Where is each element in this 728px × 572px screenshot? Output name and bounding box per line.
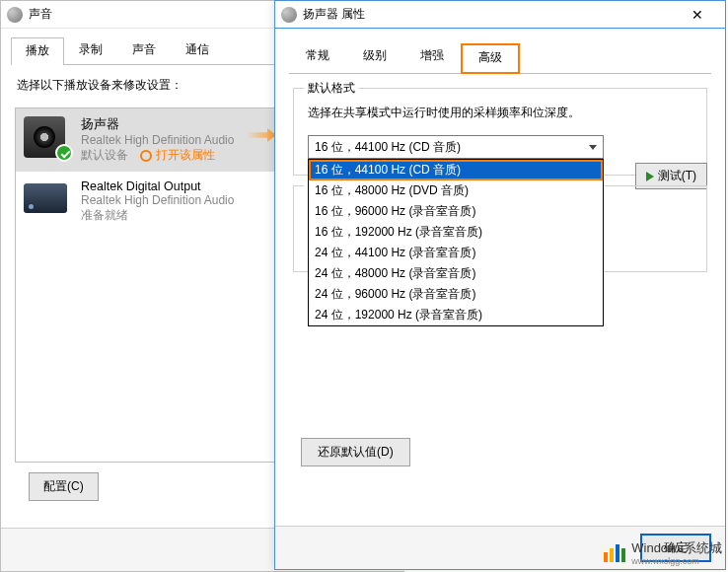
speaker-props-icon	[281, 7, 297, 23]
check-icon	[55, 144, 73, 162]
speaker-icon	[24, 116, 71, 160]
format-combo-value: 16 位，44100 Hz (CD 音质)	[315, 139, 461, 156]
device-text: 扬声器 Realtek High Definition Audio 默认设备 打…	[81, 116, 234, 164]
watermark: Windows系统城 www.wxclgg.com	[604, 539, 722, 566]
default-format-legend: 默认格式	[304, 80, 359, 97]
props-title: 扬声器 属性	[303, 6, 365, 23]
digital-icon	[24, 179, 71, 223]
default-format-desc: 选择在共享模式中运行时使用的采样频率和位深度。	[308, 105, 692, 121]
format-option[interactable]: 24 位，96000 Hz (录音室音质)	[309, 284, 603, 305]
speaker-properties-window: 扬声器 属性 ✕ 常规 级别 增强 高级 默认格式 选择在共享模式中运行时使用的…	[274, 0, 726, 570]
tab-levels[interactable]: 级别	[346, 42, 403, 73]
device-status: 默认设备	[81, 147, 128, 164]
sound-title: 声音	[29, 6, 52, 23]
close-icon: ✕	[692, 7, 703, 23]
sound-icon	[7, 7, 23, 23]
tab-advanced[interactable]: 高级	[461, 43, 520, 74]
format-option[interactable]: 16 位，48000 Hz (DVD 音质)	[309, 180, 603, 201]
format-option[interactable]: 24 位，48000 Hz (录音室音质)	[309, 263, 603, 284]
restore-defaults-button[interactable]: 还原默认值(D)	[301, 438, 410, 466]
format-option[interactable]: 24 位，192000 Hz (录音室音质)	[309, 305, 603, 325]
tab-comm[interactable]: 通信	[171, 36, 224, 64]
tab-enhance[interactable]: 增强	[403, 42, 461, 73]
device-text: Realtek Digital Output Realtek High Defi…	[81, 179, 234, 224]
play-icon	[646, 172, 654, 181]
format-combobox[interactable]: 16 位，44100 Hz (CD 音质)	[308, 135, 604, 159]
watermark-brand: Windows系统城	[631, 540, 722, 555]
format-option[interactable]: 24 位，44100 Hz (录音室音质)	[309, 243, 603, 263]
format-combo-wrap: 16 位，44100 Hz (CD 音质) 16 位，44100 Hz (CD …	[308, 135, 604, 159]
format-option[interactable]: 16 位，44100 Hz (CD 音质)	[309, 160, 603, 180]
ring-icon	[140, 150, 152, 162]
tab-general[interactable]: 常规	[289, 42, 346, 73]
watermark-url: www.wxclgg.com	[631, 557, 722, 566]
configure-button[interactable]: 配置(C)	[29, 472, 99, 501]
tab-playback[interactable]: 播放	[11, 37, 64, 65]
format-option[interactable]: 16 位，96000 Hz (录音室音质)	[309, 201, 603, 222]
props-tabbar: 常规 级别 增强 高级	[275, 29, 725, 73]
tab-sounds[interactable]: 声音	[117, 36, 171, 64]
watermark-logo-icon	[604, 544, 627, 562]
format-dropdown[interactable]: 16 位，44100 Hz (CD 音质) 16 位，48000 Hz (DVD…	[308, 159, 604, 326]
device-sub: Realtek High Definition Audio	[81, 133, 234, 147]
close-button[interactable]: ✕	[676, 1, 719, 29]
format-option[interactable]: 16 位，192000 Hz (录音室音质)	[309, 222, 603, 243]
props-titlebar[interactable]: 扬声器 属性 ✕	[275, 1, 725, 29]
callout-open-props: 打开该属性	[140, 147, 215, 164]
device-status: 准备就绪	[81, 207, 234, 224]
device-sub: Realtek High Definition Audio	[81, 193, 234, 207]
device-name: 扬声器	[81, 116, 234, 133]
device-name: Realtek Digital Output	[81, 179, 234, 193]
tab-recording[interactable]: 录制	[64, 36, 117, 64]
chevron-down-icon	[589, 145, 597, 150]
